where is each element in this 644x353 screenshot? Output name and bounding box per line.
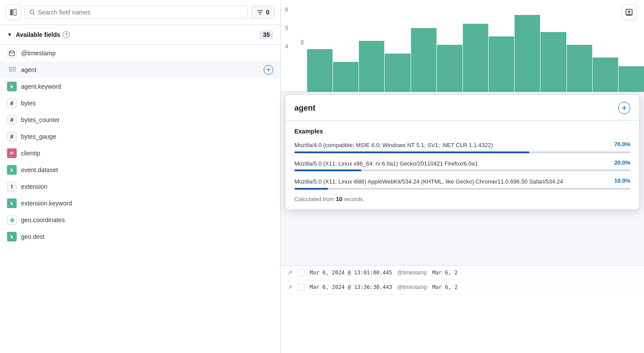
popover-body: Examples Mozilla/4.0 (compatible; MSIE 6…	[286, 121, 639, 209]
svg-point-2	[30, 10, 34, 14]
available-fields-header: ▼ Available fields ? 35	[0, 25, 280, 45]
example-text-3: Mozilla/5.0 (X11; Linux i686) AppleWebKi…	[294, 177, 611, 186]
svg-rect-1	[14, 9, 16, 15]
field-item-geo-dest[interactable]: k geo.dest	[0, 228, 280, 245]
field-item-agent[interactable]: ⠿⠿ agent +	[0, 61, 280, 78]
search-field-wrapper[interactable]	[25, 6, 248, 19]
left-panel: 0 ▼ Available fields ? 35 @timestamp	[0, 0, 281, 353]
field-item-agent-keyword[interactable]: k agent.keyword	[0, 78, 280, 95]
table-date-1: Mar 6, 2024 @ 13:01:00.445	[310, 270, 392, 276]
y-label-6: 6	[285, 7, 288, 13]
upload-icon	[625, 8, 633, 16]
table-value-1: Mar 6, 2	[432, 270, 458, 276]
chart-bar-7	[463, 24, 488, 92]
field-item-timestamp[interactable]: @timestamp	[0, 45, 280, 61]
field-name-timestamp: @timestamp	[21, 50, 273, 57]
expand-icon-1[interactable]: ↗	[288, 270, 292, 276]
chart-bar-10	[540, 32, 566, 92]
number-icon-bytes: #	[7, 98, 17, 108]
calculated-from: Calculated from 10 records.	[294, 196, 630, 202]
drag-icon: ⠿⠿	[7, 65, 17, 75]
field-name-extension-keyword: extension.keyword	[21, 200, 273, 207]
chart-bar-3	[359, 41, 384, 92]
example-item-2: Mozilla/5.0 (X11; Linux x86_64; rv:6.0a1…	[294, 159, 630, 172]
right-panel: 6 5 4 its agent + Examp	[281, 0, 644, 353]
chart-bar-11	[567, 45, 592, 92]
chart-rotated-label: its	[299, 40, 304, 45]
field-name-bytes-gauge: bytes_gauge	[21, 133, 273, 140]
keyword-icon-agent-keyword: k	[7, 82, 17, 91]
chart-bars	[307, 7, 644, 92]
available-fields-title: Available fields ?	[16, 31, 256, 38]
filter-icon	[257, 9, 263, 15]
example-pct-2: 20.0%	[614, 159, 630, 166]
geo-icon-geo-coordinates: ⊕	[7, 215, 17, 225]
example-row-2: Mozilla/5.0 (X11; Linux x86_64; rv:6.0a1…	[294, 159, 630, 168]
field-item-extension[interactable]: t extension	[0, 178, 280, 195]
example-row-1: Mozilla/4.0 (compatible; MSIE 6.0; Windo…	[294, 141, 630, 150]
number-icon-bytes-counter: #	[7, 115, 17, 125]
number-icon-bytes-gauge: #	[7, 132, 17, 141]
chart-area: 6 5 4 its	[281, 0, 644, 92]
search-input[interactable]	[38, 9, 243, 16]
field-name-extension: extension	[21, 183, 273, 190]
checkbox-2[interactable]	[297, 284, 304, 291]
y-label-5: 5	[285, 25, 288, 31]
example-bar-fill-3	[294, 188, 328, 190]
popover-title: agent	[294, 104, 315, 113]
chart-bar-9	[515, 15, 540, 92]
example-bar-fill-1	[294, 151, 530, 153]
field-item-geo-coordinates[interactable]: ⊕ geo.coordinates	[0, 212, 280, 228]
example-bar-track-2	[294, 169, 630, 171]
chart-bar-2	[333, 62, 358, 92]
chart-bar-1	[307, 49, 333, 92]
example-bar-track-1	[294, 151, 630, 153]
chart-bar-13	[619, 66, 644, 92]
field-name-agent-keyword: agent.keyword	[21, 83, 273, 90]
table-value-2: Mar 6, 2	[432, 284, 458, 290]
collapse-button[interactable]	[5, 4, 21, 20]
chevron-down-icon[interactable]: ▼	[7, 32, 12, 38]
chart-bar-4	[385, 54, 410, 92]
field-item-bytes[interactable]: # bytes	[0, 95, 280, 112]
table-label-2: @timestamp	[397, 284, 427, 290]
data-table: ↗ Mar 6, 2024 @ 13:01:00.445 @timestamp …	[281, 265, 644, 353]
field-name-geo-dest: geo.dest	[21, 233, 273, 240]
example-item-3: Mozilla/5.0 (X11; Linux i686) AppleWebKi…	[294, 177, 630, 190]
expand-icon-2[interactable]: ↗	[288, 284, 292, 290]
popover-add-button[interactable]: +	[618, 102, 630, 114]
field-item-clientip[interactable]: IP clientip	[0, 145, 280, 162]
popover-header: agent +	[286, 95, 639, 121]
field-item-extension-keyword[interactable]: k extension.keyword	[0, 195, 280, 212]
filter-count: 0	[266, 9, 269, 16]
example-text-1: Mozilla/4.0 (compatible; MSIE 6.0; Windo…	[294, 141, 611, 150]
keyword-icon-event-dataset: k	[7, 165, 17, 175]
y-label-4: 4	[285, 43, 288, 50]
collapse-icon	[10, 9, 17, 16]
field-popover: agent + Examples Mozilla/4.0 (compatible…	[285, 94, 640, 210]
example-bar-fill-2	[294, 169, 361, 171]
table-row-2: ↗ Mar 6, 2024 @ 13:36:30.443 @timestamp …	[281, 280, 644, 295]
example-row-3: Mozilla/5.0 (X11; Linux i686) AppleWebKi…	[294, 177, 630, 186]
text-icon-extension: t	[7, 182, 17, 191]
upload-button[interactable]	[621, 4, 637, 20]
field-count-badge: 35	[259, 30, 273, 39]
table-label-1: @timestamp	[397, 270, 427, 276]
field-name-event-dataset: event.dataset	[21, 166, 273, 173]
help-icon[interactable]: ?	[63, 31, 70, 38]
field-name-clientip: clientip	[21, 150, 273, 157]
chart-bar-5	[411, 28, 436, 92]
field-name-geo-coordinates: geo.coordinates	[21, 216, 273, 223]
field-item-bytes-gauge[interactable]: # bytes_gauge	[0, 128, 280, 145]
field-item-event-dataset[interactable]: k event.dataset	[0, 162, 280, 178]
fields-list: @timestamp ⠿⠿ agent + k agent.keyword # …	[0, 45, 280, 353]
field-name-bytes: bytes	[21, 100, 273, 107]
example-text-2: Mozilla/5.0 (X11; Linux x86_64; rv:6.0a1…	[294, 159, 611, 168]
add-agent-button[interactable]: +	[264, 65, 273, 75]
example-bar-track-3	[294, 188, 630, 190]
example-pct-1: 70.0%	[614, 141, 630, 148]
checkbox-1[interactable]	[297, 269, 304, 276]
filter-button[interactable]: 0	[251, 6, 275, 19]
field-item-bytes-counter[interactable]: # bytes_counter	[0, 112, 280, 128]
search-bar: 0	[0, 0, 280, 25]
